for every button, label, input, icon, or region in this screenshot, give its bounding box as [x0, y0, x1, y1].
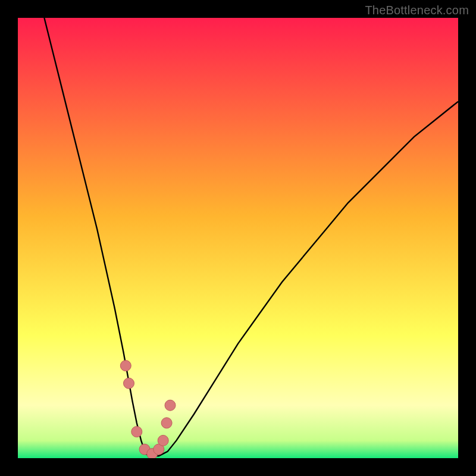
marker-dot: [165, 400, 176, 411]
marker-dot: [124, 378, 134, 389]
marker-dot: [120, 361, 131, 371]
gradient-background: [18, 18, 458, 458]
marker-dot: [158, 435, 168, 446]
bottleneck-chart: [18, 18, 458, 458]
watermark-text: TheBottleneck.com: [365, 4, 469, 17]
chart-plot-area: [18, 18, 458, 458]
marker-dot: [131, 427, 142, 437]
marker-dot: [161, 418, 172, 428]
